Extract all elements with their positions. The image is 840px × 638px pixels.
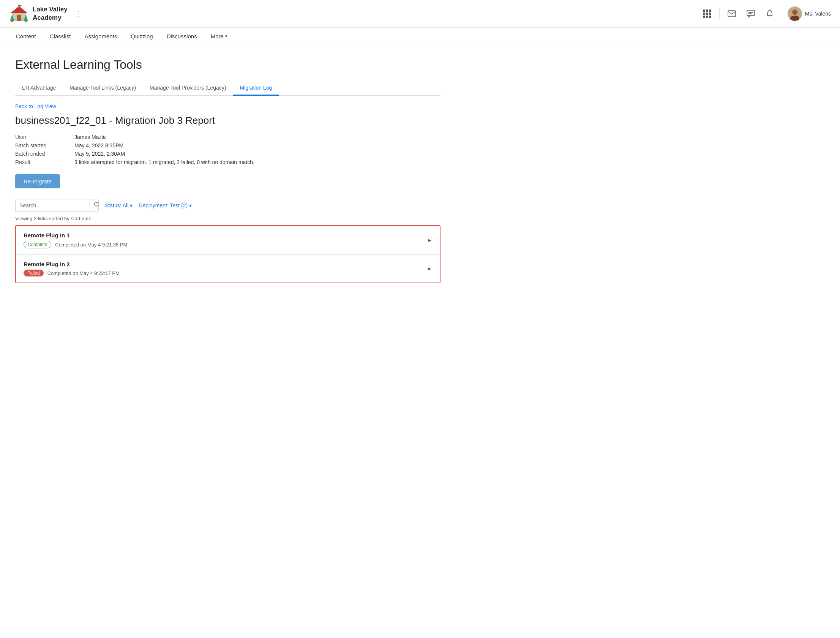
search-icon: [94, 202, 99, 208]
search-box: [15, 199, 99, 212]
svg-rect-10: [25, 21, 27, 22]
result-left-2: Remote Plug In 2 Failed Completed on May…: [24, 261, 427, 276]
chat-button[interactable]: [744, 7, 758, 21]
results-container: Remote Plug In 1 Complete Completed on M…: [15, 225, 441, 283]
grid-apps-button[interactable]: [700, 7, 714, 21]
result-status-row-2: Failed Completed on May 4 9:22:17 PM: [24, 270, 427, 276]
user-value: James Mazla: [74, 134, 441, 140]
svg-rect-4: [22, 14, 25, 18]
tab-manage-tool-links[interactable]: Manage Tool Links (Legacy): [63, 81, 143, 96]
svg-point-19: [95, 202, 98, 206]
result-name-1: Remote Plug In 1: [24, 232, 427, 238]
notifications-button[interactable]: [763, 7, 777, 21]
result-label: Result: [15, 159, 68, 165]
nav-item-content[interactable]: Content: [9, 28, 43, 46]
report-title: business201_f22_01 - Migration Job 3 Rep…: [15, 115, 441, 126]
main-content: External Learning Tools LTI Advantage Ma…: [0, 46, 456, 295]
result-item: Remote Plug In 1 Complete Completed on M…: [16, 226, 440, 254]
batch-started-value: May 4, 2022 8:35PM: [74, 142, 441, 148]
svg-line-20: [98, 206, 99, 207]
tab-migration-log[interactable]: Migration Log: [233, 81, 279, 96]
tab-lti-advantage[interactable]: LTI Advantage: [15, 81, 63, 96]
mail-icon: [728, 10, 736, 17]
logo-area: Lake Valley Academy: [9, 4, 68, 24]
svg-marker-6: [19, 5, 22, 7]
batch-ended-value: May 5, 2022, 2:30AM: [74, 151, 441, 157]
remigrate-button[interactable]: Re-migrate: [15, 174, 60, 188]
nav-item-quizzing[interactable]: Quizzing: [124, 28, 159, 46]
status-badge-2: Failed: [24, 270, 44, 276]
batch-started-label: Batch started: [15, 142, 68, 148]
avatar: [788, 6, 802, 21]
chat-icon: [747, 10, 755, 17]
deployment-filter-button[interactable]: Deployment: Test (2) ▾: [139, 202, 192, 208]
header-right: Ms. Valens: [700, 6, 831, 21]
back-to-log-link[interactable]: Back to Log View: [15, 103, 56, 109]
viewing-count: Viewing 2 links sorted by start date: [15, 216, 441, 221]
report-info-table: User James Mazla Batch started May 4, 20…: [15, 134, 441, 165]
result-date-2: Completed on May 4 9:22:17 PM: [47, 270, 120, 276]
header-left: Lake Valley Academy ⋮: [9, 4, 82, 24]
result-name-2: Remote Plug In 2: [24, 261, 427, 267]
header: Lake Valley Academy ⋮: [0, 0, 840, 28]
svg-rect-5: [18, 5, 19, 8]
search-button[interactable]: [90, 199, 99, 212]
school-name: Lake Valley Academy: [33, 5, 68, 22]
search-filter-row: Status: All ▾ Deployment: Test (2) ▾: [15, 199, 441, 212]
svg-rect-3: [13, 14, 16, 18]
result-left-1: Remote Plug In 1 Complete Completed on M…: [24, 232, 427, 248]
user-area[interactable]: Ms. Valens: [788, 6, 831, 21]
status-badge-1: Complete: [24, 241, 51, 248]
main-nav: Content Classlist Assignments Quizzing D…: [0, 28, 840, 46]
nav-item-more[interactable]: More ▾: [204, 28, 234, 46]
result-date-1: Completed on May 4 9:21:35 PM: [55, 242, 127, 248]
result-status-row-1: Complete Completed on May 4 9:21:35 PM: [24, 241, 427, 248]
status-filter-button[interactable]: Status: All ▾: [105, 202, 133, 208]
nav-item-classlist[interactable]: Classlist: [43, 28, 78, 46]
header-dots-menu[interactable]: ⋮: [74, 9, 82, 18]
expand-arrow-2[interactable]: ►: [427, 266, 432, 272]
result-value: 3 links attempted for migration. 1 migra…: [74, 159, 441, 165]
grid-icon: [703, 9, 711, 18]
tabs-row: LTI Advantage Manage Tool Links (Legacy)…: [15, 81, 441, 96]
chevron-down-icon: ▾: [189, 202, 192, 208]
expand-arrow-1[interactable]: ►: [427, 237, 432, 243]
user-name-label: Ms. Valens: [805, 11, 831, 17]
chevron-down-icon: ▾: [225, 34, 227, 39]
nav-item-discussions[interactable]: Discussions: [160, 28, 204, 46]
svg-point-17: [792, 9, 797, 15]
bell-icon: [766, 9, 774, 18]
svg-rect-11: [728, 11, 736, 17]
svg-rect-12: [747, 10, 755, 16]
nav-item-assignments[interactable]: Assignments: [77, 28, 124, 46]
svg-rect-8: [11, 21, 13, 22]
chevron-down-icon: ▾: [130, 202, 133, 208]
result-item: Remote Plug In 2 Failed Completed on May…: [16, 254, 440, 283]
header-divider-1: [719, 8, 720, 19]
batch-ended-label: Batch ended: [15, 151, 68, 157]
search-input[interactable]: [16, 199, 90, 212]
tab-manage-tool-providers[interactable]: Manage Tool Providers (Legacy): [143, 81, 233, 96]
header-divider-2: [782, 8, 782, 19]
messages-button[interactable]: [725, 7, 739, 21]
school-logo: [9, 4, 29, 24]
page-title: External Learning Tools: [15, 58, 441, 72]
user-label: User: [15, 134, 68, 140]
svg-rect-2: [17, 15, 21, 21]
